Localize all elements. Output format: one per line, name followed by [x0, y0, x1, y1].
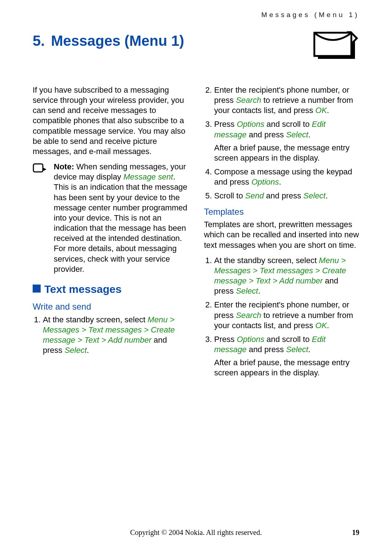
heading-text-messages: Text messages	[33, 282, 188, 296]
templates-intro: Templates are short, prewritten messages…	[204, 219, 359, 250]
ws1-t1: At the standby screen, select	[43, 315, 148, 324]
ws2-t3: .	[327, 106, 329, 115]
ws5-u1: Send	[245, 191, 264, 200]
ws1-sel: Select	[65, 346, 87, 355]
ws2-u2: OK	[315, 106, 327, 115]
list-item: Scroll to Send and press Select.	[214, 191, 359, 201]
ws3-u1: Options	[237, 120, 264, 129]
list-item: Press Options and scroll to Edit message…	[214, 334, 359, 378]
heading-templates: Templates	[204, 206, 359, 218]
ws5-t2: and press	[264, 191, 303, 200]
list-item: Press Options and scroll to Edit message…	[214, 119, 359, 163]
heading-write-send: Write and send	[33, 301, 188, 313]
ws3-t1: Press	[214, 120, 237, 129]
ws3-u3: Select	[286, 130, 308, 139]
page-number: 19	[352, 528, 359, 537]
document-page: Messages (Menu 1) 5. Messages (Menu 1) I…	[0, 0, 392, 556]
copyright-text: Copyright © 2004 Nokia. All rights reser…	[130, 528, 262, 537]
chapter-number: 5.	[33, 33, 45, 49]
ws4-t1: Compose a message using the keypad and p…	[214, 167, 352, 186]
ws5-t3: .	[326, 191, 328, 200]
note-icon	[33, 163, 47, 178]
intro-paragraph: If you have subscribed to a messaging se…	[33, 85, 188, 157]
tp3-u3: Select	[286, 345, 308, 354]
list-item: Enter the recipient's phone number, or p…	[214, 300, 359, 330]
ws4-t2: .	[279, 177, 281, 186]
note-block: Note: When sending messages, your device…	[33, 162, 188, 274]
tp2-u1: Search	[236, 311, 261, 320]
tp1-t1: At the standby screen, select	[214, 256, 319, 265]
tp2-t3: .	[327, 321, 329, 330]
tp3-t1: Press	[214, 335, 237, 344]
tp3-t2: and scroll to	[264, 335, 312, 344]
ws2-u1: Search	[236, 96, 261, 105]
tp3-after: After a brief pause, the message entry s…	[214, 358, 359, 378]
ws3-t4: .	[308, 130, 310, 139]
note-label: Note:	[54, 162, 74, 171]
running-head: Messages (Menu 1)	[33, 11, 359, 19]
ws3-t3: and press	[246, 130, 286, 139]
list-item: Enter the recipient's phone number, or p…	[214, 85, 359, 116]
tp3-t3: and press	[246, 345, 286, 354]
tp1-sel: Select	[236, 286, 258, 295]
ws3-after: After a brief pause, the message entry s…	[214, 143, 359, 163]
ws3-t2: and scroll to	[264, 120, 312, 129]
list-item: At the standby screen, select Menu > Mes…	[214, 255, 359, 297]
chapter-heading-row: 5. Messages (Menu 1)	[33, 33, 359, 63]
page-footer: Copyright © 2004 Nokia. All rights reser…	[0, 528, 392, 539]
svg-rect-3	[33, 164, 43, 172]
chapter-title-text: Messages (Menu 1)	[51, 33, 184, 49]
ws5-u2: Select	[303, 191, 326, 200]
ws5-t1: Scroll to	[214, 191, 245, 200]
ws4-u1: Options	[252, 177, 279, 186]
tp3-u1: Options	[237, 335, 264, 344]
heading-text-messages-label: Text messages	[44, 283, 122, 295]
list-item: At the standby screen, select Menu > Mes…	[43, 315, 188, 356]
list-item: Compose a message using the keypad and p…	[214, 167, 359, 187]
chapter-title: 5. Messages (Menu 1)	[33, 33, 184, 49]
ws1-t3: .	[87, 346, 89, 355]
envelope-icon	[313, 31, 359, 62]
note-t2: . This is an indication that the message…	[54, 172, 187, 273]
tp1-t3: .	[258, 286, 260, 295]
note-u1: Message sent	[123, 172, 173, 181]
note-text: Note: When sending messages, your device…	[54, 162, 188, 274]
tp3-t4: .	[308, 345, 310, 354]
section-square-icon	[33, 285, 41, 293]
tp2-u2: OK	[315, 321, 327, 330]
body-columns: If you have subscribed to a messaging se…	[33, 85, 359, 378]
templates-steps: At the standby screen, select Menu > Mes…	[204, 255, 359, 378]
